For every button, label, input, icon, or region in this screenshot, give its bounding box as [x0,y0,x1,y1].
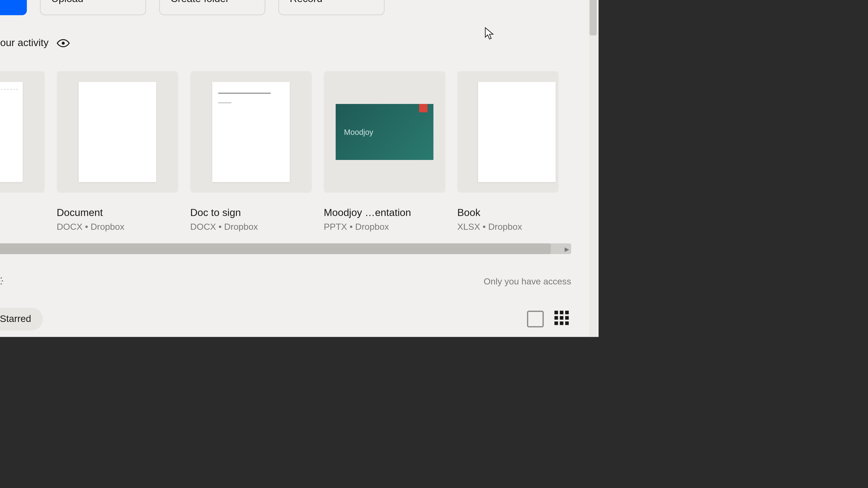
chip-label: Starred [0,314,31,324]
suggested-title: Suggested from your activity [0,37,49,49]
suggested-name: Moodjoy …entation [324,207,445,219]
suggested-meta: PPTX • Dropbox [324,221,445,232]
scrollbar-thumb[interactable] [0,243,551,254]
action-label: Create folder [170,0,254,5]
suggested-item[interactable]: Moodjoy Moodjoy …entation PPTX • Dropbox [324,71,445,231]
thumbnail [0,71,45,193]
svg-point-32 [62,42,65,45]
record-button[interactable]: Record [278,0,384,15]
view-grid-button[interactable] [555,311,571,327]
settings-button[interactable] [0,275,3,286]
view-list-button[interactable] [527,311,544,327]
thumbnail [57,71,178,193]
thumbnail [457,71,559,193]
slide-brand: Moodjoy [344,127,373,136]
action-label: Record [290,0,373,5]
eye-icon[interactable] [57,37,70,50]
suggested-list: Book (1) XLSX • Dropbox Document DOCX • … [0,50,598,231]
suggested-item[interactable]: Book (1) XLSX • Dropbox [0,71,45,231]
filter-chip-starred[interactable]: Starred [0,308,43,330]
column-header-name[interactable]: Name ↑ [0,330,598,337]
access-label: Only you have access [484,276,571,286]
vertical-scrollbar[interactable] [589,0,597,337]
dropbox-app: All files Photos Shared Signatures Less … [0,0,598,337]
horizontal-scrollbar[interactable]: ◀ ▶ [0,243,571,254]
suggested-name: Doc to sign [190,207,312,219]
more-actions-button[interactable] [402,0,416,1]
suggested-name: Document [57,207,178,219]
upload-button[interactable]: Upload [40,0,146,15]
action-label: Create [0,0,16,5]
gear-icon [0,275,3,286]
suggested-name: Book [457,207,559,219]
suggested-item[interactable]: Book XLSX • Dropbox [457,71,559,231]
create-button[interactable]: Create [0,0,27,15]
suggested-meta: XLSX • Dropbox [0,221,45,232]
suggested-meta: XLSX • Dropbox [457,221,559,232]
suggested-meta: DOCX • Dropbox [190,221,312,232]
thumbnail: Moodjoy [324,71,445,193]
suggested-name: Book (1) [0,207,45,219]
suggested-item[interactable]: Doc to sign DOCX • Dropbox [190,71,312,231]
scrollbar-thumb[interactable] [590,0,597,35]
create-folder-button[interactable]: Create folder [159,0,265,15]
scroll-right-button[interactable]: ▶ [563,243,571,254]
suggested-meta: DOCX • Dropbox [57,221,178,232]
thumbnail [190,71,312,193]
main-content: Search LD Trial ends in 29 days Create U… [0,0,598,337]
action-label: Upload [51,0,135,5]
suggested-item[interactable]: Document DOCX • Dropbox [57,71,178,231]
